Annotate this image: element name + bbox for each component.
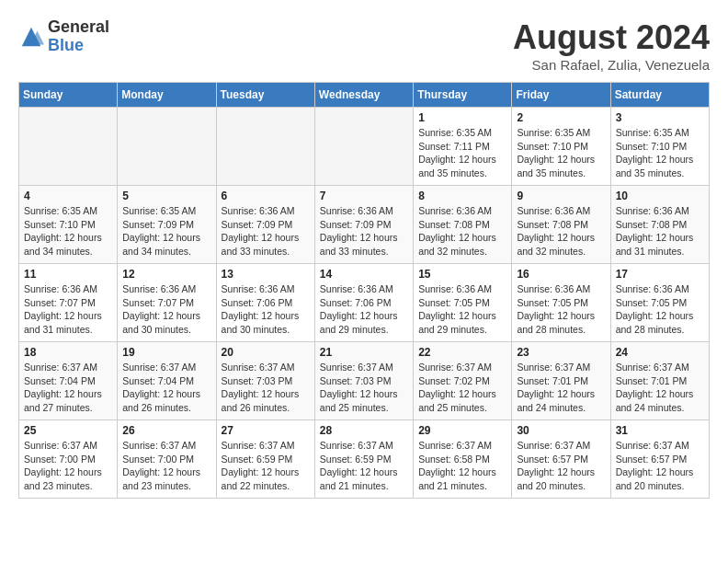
calendar-cell: 18Sunrise: 6:37 AMSunset: 7:04 PMDayligh…	[19, 342, 118, 420]
calendar-cell: 2Sunrise: 6:35 AMSunset: 7:10 PMDaylight…	[512, 108, 610, 186]
day-info: Sunrise: 6:37 AMSunset: 6:58 PMDaylight:…	[418, 439, 506, 493]
day-info: Sunrise: 6:36 AMSunset: 7:06 PMDaylight:…	[320, 282, 408, 337]
calendar-cell	[19, 108, 118, 186]
calendar-cell	[118, 108, 216, 186]
calendar-cell: 6Sunrise: 6:36 AMSunset: 7:09 PMDaylight…	[216, 186, 314, 264]
day-number: 26	[122, 424, 210, 437]
day-number: 31	[616, 424, 704, 437]
day-info: Sunrise: 6:37 AMSunset: 6:57 PMDaylight:…	[517, 439, 605, 493]
day-number: 15	[418, 268, 506, 281]
day-info: Sunrise: 6:37 AMSunset: 6:57 PMDaylight:…	[616, 439, 704, 493]
calendar-cell: 14Sunrise: 6:36 AMSunset: 7:06 PMDayligh…	[314, 264, 413, 342]
day-info: Sunrise: 6:36 AMSunset: 7:07 PMDaylight:…	[122, 282, 210, 337]
calendar-cell: 4Sunrise: 6:35 AMSunset: 7:10 PMDaylight…	[19, 186, 118, 264]
column-header-thursday: Thursday	[414, 83, 512, 108]
day-number: 24	[616, 346, 704, 359]
calendar-cell: 24Sunrise: 6:37 AMSunset: 7:01 PMDayligh…	[610, 342, 709, 420]
calendar-cell: 7Sunrise: 6:36 AMSunset: 7:09 PMDaylight…	[314, 186, 413, 264]
calendar-cell: 13Sunrise: 6:36 AMSunset: 7:06 PMDayligh…	[216, 264, 314, 342]
day-info: Sunrise: 6:36 AMSunset: 7:09 PMDaylight:…	[320, 204, 408, 259]
month-year-title: August 2024	[513, 18, 710, 57]
title-block: August 2024 San Rafael, Zulia, Venezuela	[513, 18, 710, 73]
logo-general: General	[48, 17, 109, 36]
day-number: 12	[122, 268, 210, 281]
day-info: Sunrise: 6:37 AMSunset: 6:59 PMDaylight:…	[320, 439, 408, 493]
calendar-cell: 11Sunrise: 6:36 AMSunset: 7:07 PMDayligh…	[19, 264, 118, 342]
calendar-cell: 22Sunrise: 6:37 AMSunset: 7:02 PMDayligh…	[414, 342, 512, 420]
day-number: 1	[418, 111, 506, 124]
calendar-cell: 1Sunrise: 6:35 AMSunset: 7:11 PMDaylight…	[414, 108, 512, 186]
day-info: Sunrise: 6:36 AMSunset: 7:05 PMDaylight:…	[517, 282, 605, 337]
day-info: Sunrise: 6:36 AMSunset: 7:08 PMDaylight:…	[418, 204, 506, 259]
day-info: Sunrise: 6:37 AMSunset: 7:01 PMDaylight:…	[517, 361, 605, 415]
day-info: Sunrise: 6:36 AMSunset: 7:07 PMDaylight:…	[24, 282, 112, 337]
calendar-cell: 25Sunrise: 6:37 AMSunset: 7:00 PMDayligh…	[19, 420, 118, 499]
calendar-cell: 3Sunrise: 6:35 AMSunset: 7:10 PMDaylight…	[610, 108, 709, 186]
day-number: 3	[616, 111, 704, 124]
calendar-cell: 17Sunrise: 6:36 AMSunset: 7:05 PMDayligh…	[610, 264, 709, 342]
day-info: Sunrise: 6:36 AMSunset: 7:06 PMDaylight:…	[222, 282, 310, 337]
day-number: 21	[320, 346, 408, 359]
logo-text: General Blue	[48, 18, 109, 55]
day-info: Sunrise: 6:37 AMSunset: 7:03 PMDaylight:…	[222, 361, 310, 415]
calendar-cell: 15Sunrise: 6:36 AMSunset: 7:05 PMDayligh…	[414, 264, 512, 342]
week-row-4: 18Sunrise: 6:37 AMSunset: 7:04 PMDayligh…	[19, 342, 710, 420]
day-number: 20	[222, 346, 310, 359]
calendar-cell: 5Sunrise: 6:35 AMSunset: 7:09 PMDaylight…	[118, 186, 216, 264]
calendar-cell: 20Sunrise: 6:37 AMSunset: 7:03 PMDayligh…	[216, 342, 314, 420]
day-info: Sunrise: 6:36 AMSunset: 7:05 PMDaylight:…	[418, 282, 506, 337]
column-header-monday: Monday	[118, 83, 216, 108]
day-info: Sunrise: 6:37 AMSunset: 7:00 PMDaylight:…	[24, 439, 112, 493]
day-number: 30	[517, 424, 605, 437]
day-info: Sunrise: 6:37 AMSunset: 7:04 PMDaylight:…	[122, 361, 210, 415]
calendar-cell	[216, 108, 314, 186]
calendar-cell: 31Sunrise: 6:37 AMSunset: 6:57 PMDayligh…	[610, 420, 709, 499]
day-number: 25	[24, 424, 112, 437]
calendar-cell: 23Sunrise: 6:37 AMSunset: 7:01 PMDayligh…	[512, 342, 610, 420]
day-number: 4	[24, 190, 112, 202]
week-row-2: 4Sunrise: 6:35 AMSunset: 7:10 PMDaylight…	[19, 186, 710, 264]
column-header-friday: Friday	[512, 83, 610, 108]
day-number: 17	[616, 268, 704, 281]
logo-blue: Blue	[48, 36, 84, 54]
calendar-cell: 16Sunrise: 6:36 AMSunset: 7:05 PMDayligh…	[512, 264, 610, 342]
day-number: 22	[418, 346, 506, 359]
day-info: Sunrise: 6:37 AMSunset: 7:03 PMDaylight:…	[320, 361, 408, 415]
page-header: General Blue August 2024 San Rafael, Zul…	[18, 18, 710, 73]
day-number: 2	[517, 111, 605, 124]
day-number: 8	[418, 190, 506, 202]
day-number: 23	[517, 346, 605, 359]
calendar-cell: 28Sunrise: 6:37 AMSunset: 6:59 PMDayligh…	[314, 420, 413, 499]
calendar-cell: 27Sunrise: 6:37 AMSunset: 6:59 PMDayligh…	[216, 420, 314, 499]
day-number: 13	[222, 268, 310, 281]
day-number: 10	[616, 190, 704, 202]
calendar-cell: 29Sunrise: 6:37 AMSunset: 6:58 PMDayligh…	[414, 420, 512, 499]
column-header-saturday: Saturday	[610, 83, 709, 108]
calendar-cell	[314, 108, 413, 186]
day-number: 18	[24, 346, 112, 359]
calendar-cell: 10Sunrise: 6:36 AMSunset: 7:08 PMDayligh…	[610, 186, 709, 264]
day-number: 6	[222, 190, 310, 202]
logo: General Blue	[18, 18, 109, 55]
calendar-header-row: SundayMondayTuesdayWednesdayThursdayFrid…	[19, 83, 710, 108]
calendar-table: SundayMondayTuesdayWednesdayThursdayFrid…	[18, 82, 710, 499]
day-number: 11	[24, 268, 112, 281]
day-number: 19	[122, 346, 210, 359]
day-info: Sunrise: 6:37 AMSunset: 7:00 PMDaylight:…	[122, 439, 210, 493]
week-row-5: 25Sunrise: 6:37 AMSunset: 7:00 PMDayligh…	[19, 420, 710, 499]
column-header-tuesday: Tuesday	[216, 83, 314, 108]
logo-icon	[18, 24, 44, 50]
day-info: Sunrise: 6:35 AMSunset: 7:09 PMDaylight:…	[122, 204, 210, 259]
calendar-cell: 9Sunrise: 6:36 AMSunset: 7:08 PMDaylight…	[512, 186, 610, 264]
day-number: 28	[320, 424, 408, 437]
column-header-sunday: Sunday	[19, 83, 118, 108]
day-number: 14	[320, 268, 408, 281]
day-info: Sunrise: 6:37 AMSunset: 7:02 PMDaylight:…	[418, 361, 506, 415]
calendar-cell: 8Sunrise: 6:36 AMSunset: 7:08 PMDaylight…	[414, 186, 512, 264]
column-header-wednesday: Wednesday	[314, 83, 413, 108]
day-info: Sunrise: 6:35 AMSunset: 7:11 PMDaylight:…	[418, 126, 506, 180]
day-info: Sunrise: 6:35 AMSunset: 7:10 PMDaylight:…	[517, 126, 605, 180]
day-number: 27	[222, 424, 310, 437]
day-info: Sunrise: 6:35 AMSunset: 7:10 PMDaylight:…	[616, 126, 704, 180]
calendar-cell: 21Sunrise: 6:37 AMSunset: 7:03 PMDayligh…	[314, 342, 413, 420]
